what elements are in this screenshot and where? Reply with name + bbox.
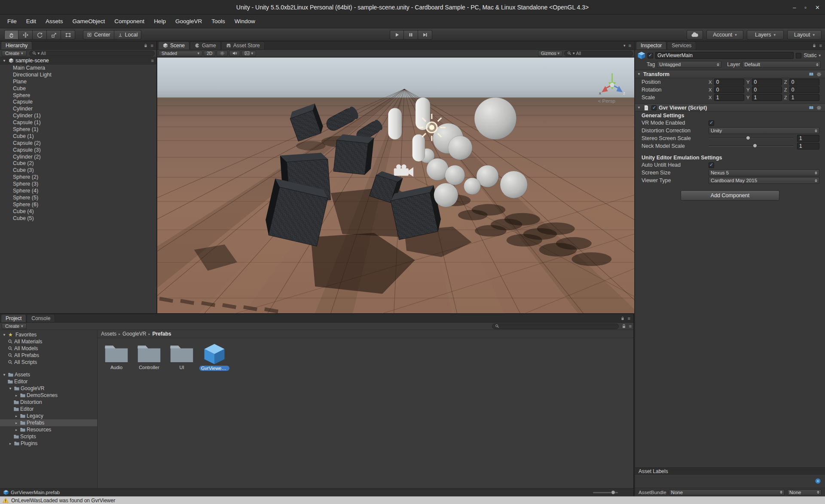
panel-menu-icon[interactable]: ≡ <box>151 43 153 48</box>
rotation-y-field[interactable]: 0 <box>752 86 782 93</box>
slider-thumb[interactable] <box>753 144 757 148</box>
vr-mode-checkbox[interactable] <box>709 120 714 126</box>
position-z-field[interactable]: 0 <box>789 79 819 86</box>
pause-button[interactable] <box>404 30 418 40</box>
tree-item-all-prefabs[interactable]: All Prefabs <box>0 352 97 359</box>
asset-tile-audio[interactable]: Audio <box>101 343 132 371</box>
scale-z-field[interactable]: 1 <box>789 94 819 101</box>
effects-dropdown[interactable]: ▾ <box>241 51 256 56</box>
menu-googlevr[interactable]: GoogleVR <box>171 16 207 27</box>
tab-inspector[interactable]: Inspector <box>636 41 666 49</box>
stereo-screen-scale-field[interactable]: 1 <box>797 135 819 142</box>
hierarchy-item[interactable]: Cube (1) <box>0 133 156 140</box>
tree-item-all-scripts[interactable]: All Scripts <box>0 359 97 366</box>
tree-assets-root[interactable]: ▼Assets <box>0 371 97 378</box>
cloud-services-button[interactable] <box>687 30 703 40</box>
tag-dropdown[interactable]: Untagged <box>657 61 721 68</box>
label-tag-icon[interactable] <box>815 478 821 484</box>
maximize-button[interactable]: ▫ <box>804 4 807 11</box>
hierarchy-item[interactable]: Cube (2) <box>0 160 156 167</box>
lock-icon[interactable] <box>621 324 626 329</box>
step-button[interactable] <box>418 30 432 40</box>
hierarchy-item[interactable]: Cube <box>0 85 156 92</box>
transform-component-header[interactable]: ▼ Transform <box>635 70 825 78</box>
expander-icon[interactable]: ▸ <box>14 394 19 397</box>
hierarchy-item[interactable]: Sphere (6) <box>0 201 156 208</box>
rotation-z-field[interactable]: 0 <box>789 86 819 93</box>
hierarchy-item[interactable]: Cube (5) <box>0 215 156 222</box>
rotation-x-field[interactable]: 0 <box>714 86 744 93</box>
tree-item-scripts[interactable]: Scripts <box>0 433 97 440</box>
rect-tool-button[interactable] <box>61 30 75 40</box>
tree-item-all-materials[interactable]: All Materials <box>0 338 97 345</box>
lock-icon[interactable] <box>144 43 148 48</box>
expander-icon[interactable]: ▼ <box>637 72 641 76</box>
tree-item-demoscenes[interactable]: ▸DemoScenes <box>0 392 97 399</box>
hierarchy-scene-row[interactable]: ▼ sample-scene ≡ <box>0 57 156 64</box>
tree-favorites-root[interactable]: ▼★Favorites <box>0 331 97 338</box>
axis-x-label[interactable]: x <box>599 91 601 95</box>
scale-x-field[interactable]: 1 <box>714 94 744 101</box>
tree-item-googlevr[interactable]: ▼GoogleVR <box>0 385 97 392</box>
hierarchy-item[interactable]: Plane <box>0 78 156 85</box>
caret-down-icon[interactable]: ▾ <box>623 44 626 48</box>
gear-icon[interactable] <box>816 105 822 110</box>
tree-item-resources[interactable]: ▸Resources <box>0 426 97 433</box>
project-search-input[interactable] <box>492 324 619 329</box>
gvrviewer-component-header[interactable]: ▼ Gvr Viewer (Script) <box>635 104 825 112</box>
rotate-tool-button[interactable] <box>33 30 47 40</box>
menu-tools[interactable]: Tools <box>207 16 230 27</box>
asset-tile-controller[interactable]: Controller <box>134 343 165 371</box>
close-button[interactable]: ✕ <box>815 4 820 11</box>
expander-icon[interactable]: ▼ <box>2 373 7 377</box>
sun-light-gizmo[interactable] <box>418 114 446 141</box>
status-bar[interactable]: OnLevelWasLoaded was found on GvrViewer <box>0 496 825 504</box>
hierarchy-item[interactable]: Sphere (5) <box>0 194 156 201</box>
tree-item-editor[interactable]: Editor <box>0 378 97 385</box>
scene-search-input[interactable]: ▾ All <box>564 51 633 56</box>
expander-icon[interactable]: ▸ <box>14 414 19 418</box>
hierarchy-item[interactable]: Capsule <box>0 98 156 105</box>
persp-mode-label[interactable]: < Persp <box>598 98 615 104</box>
menu-component[interactable]: Component <box>110 16 149 27</box>
move-tool-button[interactable] <box>18 30 33 40</box>
gizmos-dropdown[interactable]: Gizmos▾ <box>538 51 562 56</box>
expander-icon[interactable]: ▼ <box>637 106 641 110</box>
menu-edit[interactable]: Edit <box>21 16 41 27</box>
hierarchy-item[interactable]: Cube (3) <box>0 167 156 174</box>
layer-dropdown[interactable]: Default <box>742 61 821 68</box>
menu-help[interactable]: Help <box>149 16 171 27</box>
scene-viewport[interactable]: x z < Persp <box>157 58 634 313</box>
hierarchy-item[interactable]: Cube (4) <box>0 208 156 215</box>
hierarchy-create-button[interactable]: Create▾ <box>2 50 27 56</box>
scene-menu-icon[interactable]: ≡ <box>151 58 154 63</box>
scale-tool-button[interactable] <box>47 30 61 40</box>
hierarchy-item[interactable]: Sphere (4) <box>0 187 156 194</box>
tab-asset-store[interactable]: Asset Store <box>221 41 265 49</box>
space-toggle-button[interactable]: Local <box>114 30 142 40</box>
panel-menu-icon[interactable]: ≡ <box>629 324 632 329</box>
tree-item-prefabs[interactable]: ▸Prefabs <box>0 419 97 426</box>
slider-thumb[interactable] <box>746 136 750 140</box>
lock-icon[interactable] <box>620 316 625 321</box>
scale-y-field[interactable]: 1 <box>752 94 782 101</box>
help-book-icon[interactable] <box>809 72 814 77</box>
hierarchy-item[interactable]: Directional Light <box>0 71 156 78</box>
shading-mode-dropdown[interactable]: Shaded▾ <box>159 51 202 56</box>
slider-thumb[interactable] <box>611 490 615 495</box>
expander-icon[interactable]: ▼ <box>8 387 13 391</box>
pivot-toggle-button[interactable]: Center <box>83 30 114 40</box>
project-create-button[interactable]: Create▾ <box>2 323 27 329</box>
asset-tile-ui[interactable]: UI <box>166 343 197 371</box>
hierarchy-item[interactable]: Sphere (2) <box>0 174 156 180</box>
active-checkbox[interactable] <box>648 53 653 58</box>
hierarchy-item[interactable]: Sphere (3) <box>0 180 156 187</box>
tab-game[interactable]: Game <box>190 41 221 49</box>
menu-window[interactable]: Window <box>230 16 260 27</box>
expander-icon[interactable]: ▸ <box>14 421 19 425</box>
hierarchy-item[interactable]: Capsule (2) <box>0 140 156 147</box>
panel-menu-icon[interactable]: ≡ <box>819 43 822 48</box>
component-enabled-checkbox[interactable] <box>651 105 657 110</box>
tab-hierarchy[interactable]: Hierarchy <box>1 41 32 49</box>
neck-model-scale-field[interactable]: 1 <box>797 143 819 150</box>
